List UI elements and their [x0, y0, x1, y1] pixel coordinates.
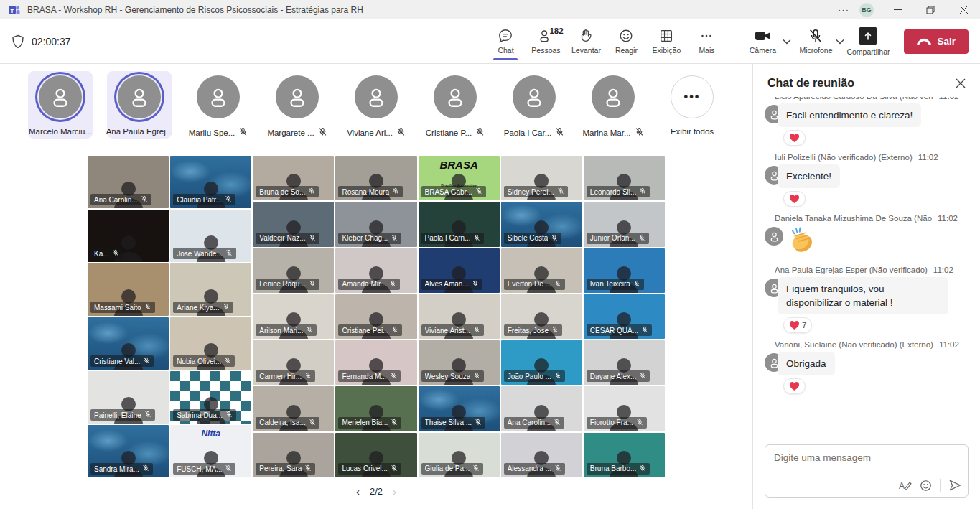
video-tile[interactable]: Pereira, Sara: [253, 433, 334, 477]
video-tile[interactable]: Viviane Arist...: [419, 294, 500, 339]
video-tile[interactable]: Lucas Crivel...: [335, 433, 416, 477]
page-prev-icon[interactable]: ‹: [356, 485, 360, 498]
chat-message: Ana Paula Egrejas Esper (Não verificado)…: [765, 266, 969, 333]
video-tile[interactable]: Freitas, Jose: [501, 294, 582, 339]
share-button[interactable]: Compartilhar: [848, 22, 888, 62]
tile-participant-name: Pereira, Sara: [259, 464, 302, 472]
video-tile[interactable]: Jose Wande...: [170, 210, 251, 262]
strip-participant[interactable]: Marina Mar...: [581, 71, 645, 141]
user-avatar[interactable]: BG: [859, 3, 874, 17]
chat-input[interactable]: Digite uma mensagem A: [765, 444, 969, 498]
show-all-label: Exibir todos: [671, 127, 714, 136]
mic-muted-icon: [225, 464, 232, 473]
mic-muted-icon: [636, 419, 643, 427]
video-tile[interactable]: João Paulo ...: [501, 340, 582, 385]
video-tile[interactable]: Junior Orlan...: [584, 202, 665, 246]
heart-reaction[interactable]: [783, 130, 806, 146]
strip-participant[interactable]: Viviane Ari...: [344, 71, 409, 141]
video-tile[interactable]: CESAR QUA...: [584, 294, 665, 339]
video-tile[interactable]: Painelli, Elaine: [88, 371, 169, 424]
video-tile[interactable]: Amanda Mir...: [335, 248, 416, 293]
titlebar-more-icon[interactable]: ···: [828, 4, 859, 15]
video-tile[interactable]: Caldeira, Isa...: [253, 386, 334, 431]
video-tile[interactable]: Nubia Olivei...: [170, 317, 251, 370]
heart-reaction[interactable]: [783, 378, 806, 394]
video-tile[interactable]: Paola I Carn...: [419, 202, 500, 246]
video-tile[interactable]: Ana Carolin...: [501, 386, 582, 431]
video-tile[interactable]: Carmen Hir...: [253, 340, 334, 385]
video-tile[interactable]: Claudia Patr...: [170, 156, 251, 208]
video-tile[interactable]: Ka...: [88, 210, 169, 262]
send-icon[interactable]: [948, 478, 962, 492]
strip-participant[interactable]: Margarete ...: [265, 71, 330, 141]
video-tile[interactable]: Cristiane Val...: [88, 317, 169, 370]
video-tile[interactable]: Thaise Silva ...: [419, 386, 500, 431]
video-tile[interactable]: Wesley Souza: [419, 340, 500, 385]
video-tile[interactable]: Dayane Alex...: [584, 340, 665, 385]
heart-reaction[interactable]: 7: [783, 317, 812, 333]
strip-participant[interactable]: Ana Paula Egrej...: [107, 71, 172, 139]
tile-participant-name: Viviane Arist...: [425, 327, 470, 335]
leave-button[interactable]: Sair: [904, 29, 969, 54]
video-tile[interactable]: Bruna Barbo...: [584, 433, 665, 477]
tab-people[interactable]: 182 Pessoas: [526, 22, 566, 62]
clap-emoji: [786, 225, 816, 258]
camera-button[interactable]: Câmera: [742, 22, 783, 62]
tile-participant-name: Sandra Mira...: [94, 465, 139, 473]
chat-close-icon[interactable]: [956, 78, 966, 88]
show-all-button[interactable]: •••Exibir todos: [660, 71, 724, 139]
video-tile[interactable]: Ivan Teixeira: [584, 248, 665, 293]
video-tile[interactable]: Valdecir Naz...: [253, 202, 334, 246]
microphone-button[interactable]: Microfone: [795, 22, 836, 62]
heart-reaction[interactable]: [783, 191, 806, 207]
close-window-button[interactable]: [947, 0, 980, 19]
minimize-button[interactable]: [881, 0, 914, 19]
video-tile[interactable]: Sidney Perei...: [501, 156, 582, 200]
shield-icon: [11, 34, 24, 49]
video-tile[interactable]: Sandra Mira...: [88, 425, 169, 477]
video-tile[interactable]: Sabrina Dua...: [170, 371, 251, 424]
tab-chat[interactable]: Chat: [485, 22, 526, 62]
strip-participant[interactable]: Marcelo Marciu...: [28, 71, 93, 139]
video-tile[interactable]: Bruna de So...: [253, 156, 334, 200]
strip-participant[interactable]: Marilu Spe...: [186, 71, 251, 141]
video-tile[interactable]: Merielen Bia...: [335, 386, 416, 431]
video-tile[interactable]: Sibele Costa: [501, 202, 582, 246]
mic-muted-icon: [309, 280, 316, 289]
tile-participant-name: João Paulo ...: [508, 373, 551, 380]
tab-raise-hand[interactable]: Levantar: [566, 22, 606, 62]
video-tile[interactable]: Arilson Mari...: [253, 294, 334, 339]
video-tile[interactable]: Alessandra ...: [501, 433, 582, 477]
video-tile[interactable]: Ana Carolin...: [88, 156, 169, 208]
strip-participant[interactable]: Paola I Car...: [502, 71, 566, 141]
video-tile[interactable]: BRASABrazilian AutomotiveBRASA Gabr...: [419, 156, 500, 200]
page-indicator: 2/2: [370, 486, 383, 497]
video-tile[interactable]: Leonardo Sil...: [584, 156, 665, 200]
emoji-icon[interactable]: [919, 479, 933, 492]
video-tile[interactable]: Alves Aman...: [419, 248, 500, 293]
page-next-icon[interactable]: ›: [393, 485, 396, 498]
message-bubble: Fiquem tranquilos, vou disponibilizar o …: [778, 277, 948, 314]
restore-button[interactable]: [914, 0, 947, 19]
video-tile[interactable]: Rosana Moura: [335, 156, 416, 200]
mic-muted-icon: [472, 280, 479, 289]
message-time: 11:02: [938, 214, 958, 223]
format-icon[interactable]: A: [897, 479, 912, 492]
tab-react[interactable]: Reagir: [606, 22, 646, 62]
video-tile[interactable]: Massami Saito: [88, 263, 169, 316]
sender-avatar-icon: [765, 227, 783, 246]
video-tile[interactable]: Ariane Kiya...: [170, 263, 251, 316]
tab-view[interactable]: Exibição: [646, 22, 686, 62]
video-tile[interactable]: Lenice Raqu...: [253, 248, 334, 293]
video-tile[interactable]: NittaFUSCH, MA...: [170, 425, 251, 477]
strip-participant[interactable]: Cristiane P...: [423, 71, 487, 141]
tile-participant-name: Everton De ...: [508, 280, 551, 288]
video-tile[interactable]: Giulia de Pa...: [419, 433, 500, 477]
video-tile[interactable]: Cristiane Pei...: [335, 294, 416, 339]
tile-participant-name: Alves Aman...: [425, 280, 469, 288]
tab-more[interactable]: Mais: [686, 22, 727, 62]
video-tile[interactable]: Everton De ...: [501, 248, 582, 293]
video-tile[interactable]: Fernanda M...: [335, 340, 416, 385]
video-tile[interactable]: Kleber Chag...: [335, 202, 416, 246]
video-tile[interactable]: Fiorotto Fra...: [584, 386, 665, 431]
